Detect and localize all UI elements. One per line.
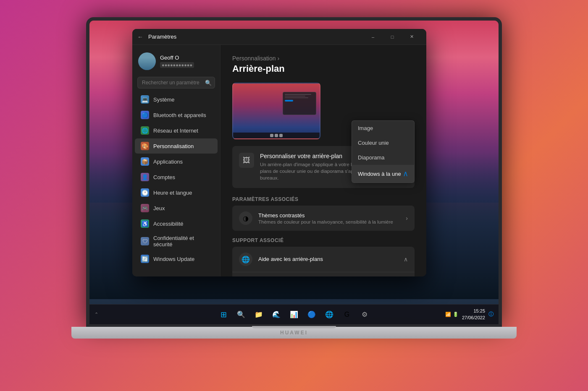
system-icon: 💻 <box>141 95 149 104</box>
preview-window <box>283 92 316 115</box>
sidebar-label-heure: Heure et langue <box>153 190 192 196</box>
contrast-desc: Thèmes de couleur pour la malvoyance, se… <box>258 219 400 224</box>
dropdown-item-windows[interactable]: Windows à la une ∧ <box>352 165 414 182</box>
edge-icon: 🌊 <box>272 310 281 318</box>
sidebar-label-accessibilite: Accessibilité <box>153 221 184 227</box>
taskbar-left: ⌃ <box>94 312 98 317</box>
support-links: Modification de l'arrière-plan de mon Bu… <box>232 272 415 276</box>
access-icon: ♿ <box>141 219 149 228</box>
system-tray: 📶 🔋 <box>445 312 459 317</box>
chrome-button[interactable]: 🔵 <box>304 307 319 322</box>
privacy-icon: 🛡 <box>141 237 149 245</box>
laptop-base: HUAWEI <box>71 327 517 339</box>
sidebar-label-systeme: Système <box>153 96 175 103</box>
search-taskbar-button[interactable]: 🔍 <box>234 307 249 322</box>
support-section-header[interactable]: 🌐 Aide avec les arrière-plans <box>232 247 415 272</box>
settings-window: ← Paramètres – □ ✕ <box>132 29 426 276</box>
contrast-icon: ◑ <box>239 211 252 225</box>
help-globe-icon: 🌐 <box>239 253 252 266</box>
title-bar: ← Paramètres – □ ✕ <box>132 29 426 45</box>
chevron-up-icon <box>404 256 408 263</box>
sidebar-nav: 💻 Système 🔵 Bluetooth et appareils 🌐 Rés… <box>132 92 220 266</box>
sidebar-item-comptes[interactable]: 👤 Comptes <box>135 169 218 185</box>
edge-button[interactable]: 🌊 <box>269 307 284 322</box>
search-input[interactable] <box>137 77 215 89</box>
notification-badge[interactable]: ⓘ <box>488 311 494 318</box>
apps-icon: 📦 <box>141 157 149 166</box>
minimize-button[interactable]: – <box>363 30 383 44</box>
background-preview <box>232 83 320 139</box>
sidebar-label-applications: Applications <box>153 159 183 165</box>
back-button[interactable]: ← <box>137 34 143 40</box>
sidebar-label-comptes: Comptes <box>153 174 175 180</box>
taskbar-right: 📶 🔋 15:25 27/06/2022 ⓘ <box>445 308 494 321</box>
maximize-button[interactable]: □ <box>383 30 402 44</box>
breadcrumb: Personnalisation › <box>232 55 415 62</box>
associated-params-card: ◑ Thèmes contrastés Thèmes de couleur po… <box>232 206 415 231</box>
sidebar-item-jeux[interactable]: 🎮 Jeux <box>135 201 218 216</box>
windows-icon: ⊞ <box>220 310 227 319</box>
search-box: 🔍 <box>137 77 215 89</box>
file-explorer-button[interactable]: 📁 <box>251 307 266 322</box>
search-taskbar-icon: 🔍 <box>237 310 245 318</box>
time-icon: 🕐 <box>141 188 149 197</box>
page-title: Arrière-plan <box>232 63 415 74</box>
avatar <box>138 52 156 70</box>
sidebar: Geoff O ●●●●●●●●●●● 🔍 💻 <box>132 45 220 276</box>
chevron-up-icon: ∧ <box>403 169 408 178</box>
office-icon: 📊 <box>290 310 298 318</box>
support-card: 🌐 Aide avec les arrière-plans Modificati… <box>232 247 415 276</box>
games-icon: 🎮 <box>141 204 149 212</box>
personalisation-icon: 🎨 <box>141 142 149 150</box>
main-content: Personnalisation › Arrière-plan <box>220 45 426 276</box>
user-email: ●●●●●●●●●●● <box>160 62 194 68</box>
contrasted-themes-row[interactable]: ◑ Thèmes contrastés Thèmes de couleur po… <box>232 206 415 231</box>
sidebar-item-accessibilite[interactable]: ♿ Accessibilité <box>135 216 218 231</box>
associated-params-header: Paramètres associés <box>232 196 415 202</box>
support-header: Support associé <box>232 237 415 243</box>
network-icon: 🌐 <box>141 126 149 135</box>
settings-taskbar-icon: ⚙ <box>362 310 368 318</box>
chevron-right-icon <box>406 215 408 222</box>
google-button[interactable]: G <box>339 307 354 322</box>
chrome-icon: 🔵 <box>307 310 316 318</box>
start-button[interactable]: ⊞ <box>216 307 231 322</box>
user-profile[interactable]: Geoff O ●●●●●●●●●●● <box>132 48 220 77</box>
window-controls: – □ ✕ <box>363 30 421 44</box>
sidebar-label-personalisation: Personnalisation <box>153 143 194 149</box>
sidebar-item-confidentialite[interactable]: 🛡 Confidentialité et sécurité <box>135 232 218 251</box>
browser2-button[interactable]: 🌐 <box>322 307 337 322</box>
bluetooth-icon: 🔵 <box>141 111 149 119</box>
sidebar-label-confidentialite: Confidentialité et sécurité <box>153 235 212 248</box>
search-icon: 🔍 <box>205 80 212 86</box>
sidebar-item-bluetooth[interactable]: 🔵 Bluetooth et appareils <box>135 107 218 123</box>
browser2-icon: 🌐 <box>325 310 333 318</box>
sidebar-label-bluetooth: Bluetooth et appareils <box>153 112 206 118</box>
system-clock[interactable]: 15:25 27/06/2022 <box>462 308 485 321</box>
sidebar-item-systeme[interactable]: 💻 Système <box>135 92 218 107</box>
time-display: 15:25 <box>462 308 485 314</box>
wifi-icon: 📶 <box>445 312 451 317</box>
notification-chevron[interactable]: ⌃ <box>94 312 98 317</box>
laptop-notch <box>252 326 336 328</box>
close-button[interactable]: ✕ <box>402 30 421 44</box>
dropdown-item-diaporama[interactable]: Diaporama <box>352 150 414 165</box>
sidebar-item-personalisation[interactable]: 🎨 Personnalisation <box>135 138 218 154</box>
taskbar: ⌃ ⊞ 🔍 📁 🌊 📊 <box>89 304 499 324</box>
sidebar-item-windows-update[interactable]: 🔄 Windows Update <box>135 251 218 266</box>
google-icon: G <box>344 311 349 318</box>
sidebar-item-reseau[interactable]: 🌐 Réseau et Internet <box>135 123 218 138</box>
personalize-icon: 🖼 <box>239 153 254 168</box>
office-button[interactable]: 📊 <box>286 307 302 322</box>
user-name: Geoff O <box>160 55 214 61</box>
sidebar-item-heure[interactable]: 🕐 Heure et langue <box>135 185 218 200</box>
date-display: 27/06/2022 <box>462 315 485 321</box>
contrast-title: Thèmes contrastés <box>258 212 400 219</box>
settings-taskbar-button[interactable]: ⚙ <box>357 307 372 322</box>
dropdown-item-image[interactable]: Image <box>352 121 414 136</box>
accounts-icon: 👤 <box>141 173 149 181</box>
sidebar-item-applications[interactable]: 📦 Applications <box>135 154 218 169</box>
folder-icon: 📁 <box>255 310 263 318</box>
update-icon: 🔄 <box>141 255 149 263</box>
dropdown-item-couleur[interactable]: Couleur unie <box>352 136 414 150</box>
